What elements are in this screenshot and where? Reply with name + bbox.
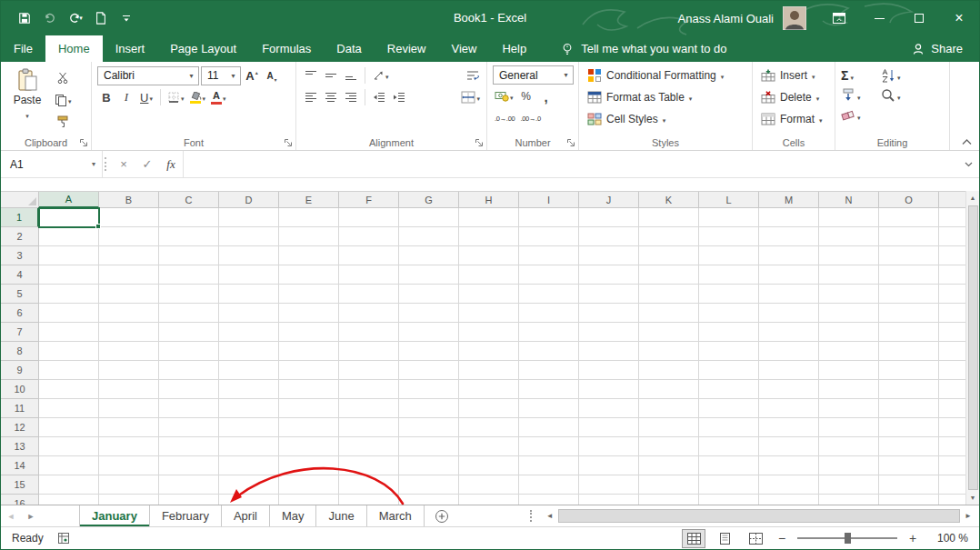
cell-F15[interactable] [339,475,399,495]
font-family-dropdown-arrow[interactable] [185,67,198,85]
cell-E13[interactable] [279,437,339,456]
row-header-2[interactable]: 2 [1,227,39,246]
page-layout-view-button[interactable] [714,530,735,547]
cell-N11[interactable] [819,399,879,418]
cell-N7[interactable] [819,323,879,342]
column-header-G[interactable]: G [399,192,459,208]
cell-M3[interactable] [759,246,819,265]
cell-M7[interactable] [759,323,819,342]
cell-B12[interactable] [99,418,159,437]
collapse-ribbon-button[interactable] [962,139,972,145]
zoom-slider-thumb[interactable] [845,533,851,544]
cell-H1[interactable] [459,208,519,227]
cell-E3[interactable] [279,246,339,265]
cell-H16[interactable] [459,495,519,505]
font-color-button[interactable]: A [209,88,228,106]
cell-K7[interactable] [639,323,699,342]
cell-F3[interactable] [339,246,399,265]
cell-J9[interactable] [579,361,639,380]
cell-O12[interactable] [879,418,939,437]
copy-dropdown-arrow[interactable] [68,94,72,106]
borders-dropdown-arrow[interactable] [181,91,185,104]
select-all-corner[interactable] [1,192,39,208]
align-top-button[interactable] [302,66,320,85]
scroll-left-arrow[interactable]: ◄ [543,512,557,520]
cell-F14[interactable] [339,456,399,475]
cell-K13[interactable] [639,437,699,456]
increase-decimal-button[interactable]: .0→.00 [493,109,516,127]
row-header-1[interactable]: 1 [1,208,39,227]
cell-L16[interactable] [699,495,759,505]
find-select-dropdown-arrow[interactable] [897,87,901,104]
sheet-tab-january[interactable]: January [79,505,150,526]
cell-L2[interactable] [699,227,759,246]
cell-H9[interactable] [459,361,519,380]
row-header-13[interactable]: 13 [1,437,39,456]
format-cells-button[interactable]: Format [758,109,830,129]
cell-A3[interactable] [39,246,99,265]
cell-K1[interactable] [639,208,699,227]
cell-N16[interactable] [819,495,879,505]
cell-P11[interactable] [939,399,965,418]
cell-G12[interactable] [399,418,459,437]
cell-styles-button[interactable]: Cell Styles [585,109,747,129]
cell-L6[interactable] [699,304,759,323]
cell-F9[interactable] [339,361,399,380]
cell-O13[interactable] [879,437,939,456]
cell-N2[interactable] [819,227,879,246]
cell-M15[interactable] [759,475,819,495]
cell-A5[interactable] [39,285,99,304]
cell-L5[interactable] [699,285,759,304]
cell-M13[interactable] [759,437,819,456]
cell-J14[interactable] [579,456,639,475]
cell-P4[interactable] [939,265,965,285]
merge-center-button[interactable] [459,88,482,106]
horizontal-scrollbar[interactable]: ◄ ► [543,505,975,526]
redo-dropdown-arrow[interactable]: ▾ [79,15,83,22]
horizontal-scrollbar-thumb[interactable] [558,509,960,523]
cell-O2[interactable] [879,227,939,246]
cell-E7[interactable] [279,323,339,342]
cell-B13[interactable] [99,437,159,456]
cell-D16[interactable] [219,495,279,505]
column-header-H[interactable]: H [459,192,519,208]
cell-H14[interactable] [459,456,519,475]
cell-A8[interactable] [39,342,99,361]
cell-I5[interactable] [519,285,579,304]
cell-L9[interactable] [699,361,759,380]
cell-N1[interactable] [819,208,879,227]
ribbon-tab-data[interactable]: Data [324,35,374,62]
row-header-3[interactable]: 3 [1,246,39,265]
cell-A7[interactable] [39,323,99,342]
cell-P5[interactable] [939,285,965,304]
cell-A14[interactable] [39,456,99,475]
cell-O8[interactable] [879,342,939,361]
fill-color-button[interactable] [188,88,208,106]
cell-M5[interactable] [759,285,819,304]
cell-E9[interactable] [279,361,339,380]
cell-E2[interactable] [279,227,339,246]
sheet-nav-right[interactable]: ► [21,505,41,526]
column-header-K[interactable]: K [639,192,699,208]
cell-O16[interactable] [879,495,939,505]
cell-C6[interactable] [159,304,219,323]
sheet-tab-february[interactable]: February [150,505,222,526]
alignment-dialog-launcher[interactable] [475,138,484,147]
cell-styles-dropdown-arrow[interactable] [663,113,666,125]
cell-G10[interactable] [399,380,459,399]
sort-filter-button[interactable] [881,67,921,84]
font-dialog-launcher[interactable] [284,138,293,147]
paste-button[interactable]: Paste [6,65,48,131]
cell-F5[interactable] [339,285,399,304]
column-header-F[interactable]: F [339,192,399,208]
cell-M2[interactable] [759,227,819,246]
paste-dropdown-arrow[interactable] [25,108,29,121]
row-header-9[interactable]: 9 [1,361,39,380]
cell-I7[interactable] [519,323,579,342]
cell-G15[interactable] [399,475,459,495]
cell-F10[interactable] [339,380,399,399]
align-center-button[interactable] [322,88,340,106]
cell-G4[interactable] [399,265,459,285]
column-header-A[interactable]: A [39,192,99,208]
vertical-scrollbar[interactable]: ▲ ▼ [965,191,979,505]
